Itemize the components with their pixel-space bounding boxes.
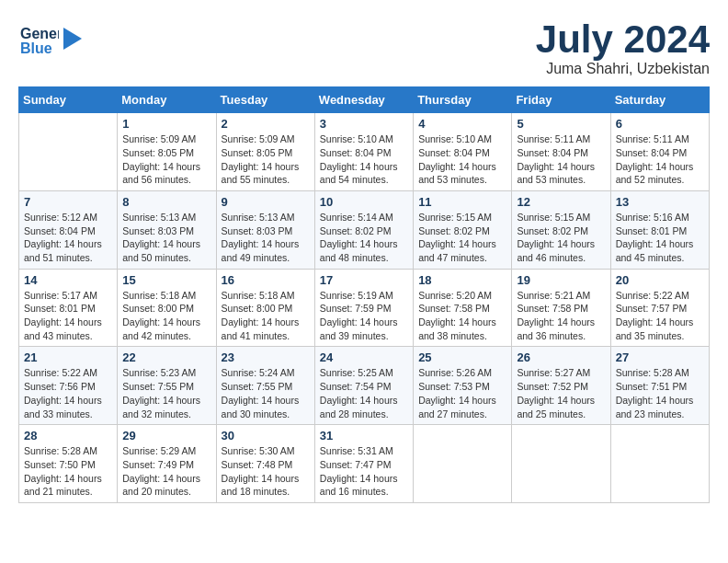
day-info: Sunrise: 5:16 AMSunset: 8:01 PMDaylight:…: [616, 211, 704, 265]
table-row: 26Sunrise: 5:27 AMSunset: 7:52 PMDayligh…: [512, 347, 610, 425]
col-sunday: Sunday: [19, 87, 118, 113]
table-row: [610, 425, 709, 503]
table-row: 15Sunrise: 5:18 AMSunset: 8:00 PMDayligh…: [118, 269, 216, 347]
day-number: 28: [24, 429, 112, 442]
day-info: Sunrise: 5:24 AMSunset: 7:55 PMDaylight:…: [222, 366, 310, 420]
day-number: 23: [222, 350, 310, 364]
day-number: 2: [222, 117, 310, 131]
table-row: 23Sunrise: 5:24 AMSunset: 7:55 PMDayligh…: [216, 347, 314, 425]
day-number: 6: [616, 117, 704, 131]
page-header: General Blue July 2024 Juma Shahri, Uzbe…: [18, 18, 710, 77]
col-wednesday: Wednesday: [314, 87, 413, 113]
day-info: Sunrise: 5:14 AMSunset: 8:02 PMDaylight:…: [320, 211, 408, 265]
table-row: 10Sunrise: 5:14 AMSunset: 8:02 PMDayligh…: [314, 190, 413, 269]
day-info: Sunrise: 5:25 AMSunset: 7:54 PMDaylight:…: [320, 366, 408, 420]
day-info: Sunrise: 5:31 AMSunset: 7:47 PMDaylight:…: [320, 444, 408, 499]
day-number: 8: [122, 195, 210, 209]
table-row: 1Sunrise: 5:09 AMSunset: 8:05 PMDaylight…: [118, 113, 216, 191]
table-row: 28Sunrise: 5:28 AMSunset: 7:50 PMDayligh…: [19, 425, 118, 503]
day-number: 1: [122, 117, 210, 131]
day-info: Sunrise: 5:15 AMSunset: 8:02 PMDaylight:…: [517, 211, 605, 265]
day-info: Sunrise: 5:23 AMSunset: 7:55 PMDaylight:…: [122, 366, 210, 420]
day-info: Sunrise: 5:10 AMSunset: 8:04 PMDaylight:…: [418, 132, 506, 187]
day-info: Sunrise: 5:18 AMSunset: 8:00 PMDaylight:…: [122, 289, 210, 343]
table-row: 14Sunrise: 5:17 AMSunset: 8:01 PMDayligh…: [19, 269, 118, 347]
day-number: 15: [122, 273, 210, 287]
svg-marker-2: [63, 28, 82, 50]
col-saturday: Saturday: [610, 87, 709, 113]
calendar-header-row: Sunday Monday Tuesday Wednesday Thursday…: [19, 87, 710, 113]
day-number: 18: [418, 273, 506, 287]
logo: General Blue: [18, 18, 82, 59]
table-row: 24Sunrise: 5:25 AMSunset: 7:54 PMDayligh…: [314, 347, 413, 425]
day-info: Sunrise: 5:28 AMSunset: 7:50 PMDaylight:…: [24, 444, 112, 499]
day-info: Sunrise: 5:29 AMSunset: 7:49 PMDaylight:…: [122, 444, 210, 499]
table-row: [512, 425, 610, 503]
col-thursday: Thursday: [414, 87, 512, 113]
day-number: 9: [222, 195, 310, 209]
day-number: 10: [320, 195, 408, 209]
day-info: Sunrise: 5:09 AMSunset: 8:05 PMDaylight:…: [222, 132, 310, 187]
day-number: 3: [320, 117, 408, 131]
table-row: 9Sunrise: 5:13 AMSunset: 8:03 PMDaylight…: [216, 190, 314, 269]
svg-text:General: General: [20, 26, 59, 41]
calendar-week-row: 14Sunrise: 5:17 AMSunset: 8:01 PMDayligh…: [19, 269, 710, 347]
day-info: Sunrise: 5:15 AMSunset: 8:02 PMDaylight:…: [418, 211, 506, 265]
day-info: Sunrise: 5:20 AMSunset: 7:58 PMDaylight:…: [418, 289, 506, 343]
table-row: 17Sunrise: 5:19 AMSunset: 7:59 PMDayligh…: [314, 269, 413, 347]
calendar-week-row: 7Sunrise: 5:12 AMSunset: 8:04 PMDaylight…: [19, 190, 710, 269]
table-row: 4Sunrise: 5:10 AMSunset: 8:04 PMDaylight…: [414, 113, 512, 191]
day-info: Sunrise: 5:11 AMSunset: 8:04 PMDaylight:…: [616, 132, 704, 187]
table-row: 30Sunrise: 5:30 AMSunset: 7:48 PMDayligh…: [216, 425, 314, 503]
day-number: 22: [122, 350, 210, 364]
logo-icon: General Blue: [18, 18, 59, 59]
day-number: 20: [616, 273, 704, 287]
day-number: 21: [24, 350, 112, 364]
table-row: 13Sunrise: 5:16 AMSunset: 8:01 PMDayligh…: [610, 190, 709, 269]
table-row: 18Sunrise: 5:20 AMSunset: 7:58 PMDayligh…: [414, 269, 512, 347]
table-row: 6Sunrise: 5:11 AMSunset: 8:04 PMDaylight…: [610, 113, 709, 191]
day-number: 13: [616, 195, 704, 209]
day-info: Sunrise: 5:13 AMSunset: 8:03 PMDaylight:…: [122, 211, 210, 265]
day-number: 30: [222, 429, 310, 442]
day-number: 17: [320, 273, 408, 287]
day-number: 16: [222, 273, 310, 287]
table-row: 2Sunrise: 5:09 AMSunset: 8:05 PMDaylight…: [216, 113, 314, 191]
day-number: 12: [517, 195, 605, 209]
day-info: Sunrise: 5:28 AMSunset: 7:51 PMDaylight:…: [616, 366, 704, 420]
day-number: 11: [418, 195, 506, 209]
calendar-week-row: 21Sunrise: 5:22 AMSunset: 7:56 PMDayligh…: [19, 347, 710, 425]
table-row: 27Sunrise: 5:28 AMSunset: 7:51 PMDayligh…: [610, 347, 709, 425]
logo-arrow-icon: [63, 28, 82, 50]
table-row: 12Sunrise: 5:15 AMSunset: 8:02 PMDayligh…: [512, 190, 610, 269]
day-number: 29: [122, 429, 210, 442]
day-number: 7: [24, 195, 112, 209]
col-monday: Monday: [118, 87, 216, 113]
day-number: 31: [320, 429, 408, 442]
day-number: 19: [517, 273, 605, 287]
day-info: Sunrise: 5:26 AMSunset: 7:53 PMDaylight:…: [418, 366, 506, 420]
day-number: 27: [616, 350, 704, 364]
day-number: 25: [418, 350, 506, 364]
table-row: 21Sunrise: 5:22 AMSunset: 7:56 PMDayligh…: [19, 347, 118, 425]
day-number: 26: [517, 350, 605, 364]
calendar-week-row: 1Sunrise: 5:09 AMSunset: 8:05 PMDaylight…: [19, 113, 710, 191]
day-info: Sunrise: 5:10 AMSunset: 8:04 PMDaylight:…: [320, 132, 408, 187]
day-info: Sunrise: 5:22 AMSunset: 7:57 PMDaylight:…: [616, 289, 704, 343]
table-row: 29Sunrise: 5:29 AMSunset: 7:49 PMDayligh…: [118, 425, 216, 503]
day-info: Sunrise: 5:30 AMSunset: 7:48 PMDaylight:…: [222, 444, 310, 499]
table-row: 3Sunrise: 5:10 AMSunset: 8:04 PMDaylight…: [314, 113, 413, 191]
table-row: 8Sunrise: 5:13 AMSunset: 8:03 PMDaylight…: [118, 190, 216, 269]
day-info: Sunrise: 5:13 AMSunset: 8:03 PMDaylight:…: [222, 211, 310, 265]
col-tuesday: Tuesday: [216, 87, 314, 113]
table-row: 5Sunrise: 5:11 AMSunset: 8:04 PMDaylight…: [512, 113, 610, 191]
table-row: [414, 425, 512, 503]
day-number: 14: [24, 273, 112, 287]
day-info: Sunrise: 5:18 AMSunset: 8:00 PMDaylight:…: [222, 289, 310, 343]
table-row: 20Sunrise: 5:22 AMSunset: 7:57 PMDayligh…: [610, 269, 709, 347]
table-row: 19Sunrise: 5:21 AMSunset: 7:58 PMDayligh…: [512, 269, 610, 347]
day-info: Sunrise: 5:22 AMSunset: 7:56 PMDaylight:…: [24, 366, 112, 420]
table-row: [19, 113, 118, 191]
day-number: 4: [418, 117, 506, 131]
table-row: 22Sunrise: 5:23 AMSunset: 7:55 PMDayligh…: [118, 347, 216, 425]
